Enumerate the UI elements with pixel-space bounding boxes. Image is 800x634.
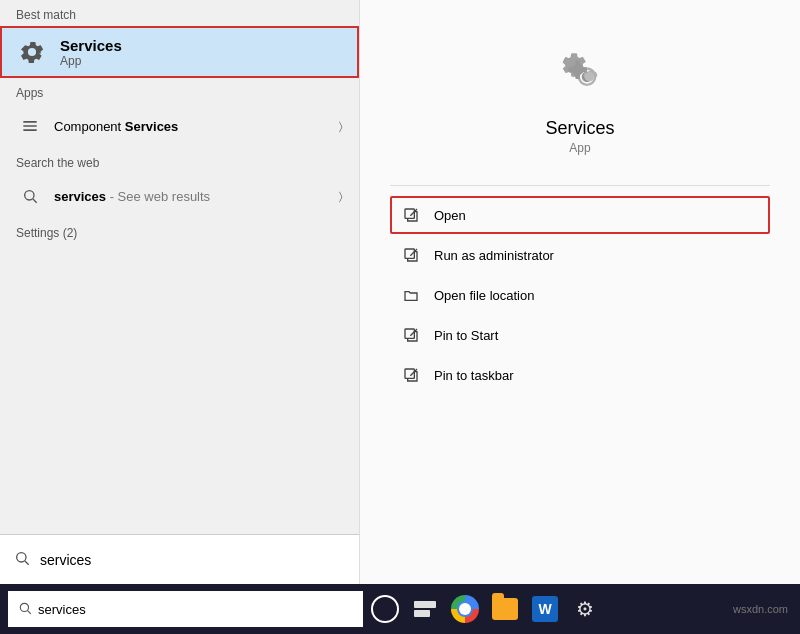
open-file-location-action[interactable]: Open file location [390, 276, 770, 314]
open-file-location-label: Open file location [434, 288, 534, 303]
chrome-icon [451, 595, 479, 623]
svg-rect-9 [575, 74, 580, 79]
web-search-icon [16, 182, 44, 210]
best-match-title: Services [60, 37, 122, 54]
pin-to-taskbar-action[interactable]: Pin to taskbar [390, 356, 770, 394]
apps-label: Apps [0, 78, 359, 104]
svg-point-6 [572, 64, 584, 76]
right-app-name: Services [545, 118, 614, 139]
search-bar-icon [14, 550, 30, 569]
services-icon [16, 36, 48, 68]
run-admin-label: Run as administrator [434, 248, 554, 263]
left-panel: Best match Services App Apps [0, 0, 360, 584]
component-services-label: Component Services [54, 119, 339, 134]
settings-button[interactable]: ⚙ [567, 591, 603, 627]
pin-to-taskbar-icon [400, 364, 422, 386]
component-services-item[interactable]: Component Services 〉 [0, 104, 359, 148]
taskbar: services W ⚙ wsxdn.com [0, 584, 800, 634]
svg-point-7 [585, 72, 594, 81]
svg-line-3 [25, 561, 29, 565]
right-app-header: Services App [390, 20, 770, 175]
cortana-button[interactable] [367, 591, 403, 627]
component-services-icon [16, 112, 44, 140]
open-icon [400, 204, 422, 226]
svg-point-2 [17, 553, 26, 562]
component-services-chevron: 〉 [339, 120, 343, 133]
folder-icon [492, 598, 518, 620]
svg-rect-11 [582, 67, 587, 72]
best-match-sub: App [60, 54, 122, 68]
best-match-label: Best match [0, 0, 359, 26]
cortana-icon [371, 595, 399, 623]
web-search-label: Search the web [0, 148, 359, 174]
web-search-text: services - See web results [54, 189, 339, 204]
pin-to-start-label: Pin to Start [434, 328, 498, 343]
main-area: Best match Services App Apps [0, 0, 800, 584]
right-actions: Open Run as administrator [390, 196, 770, 394]
svg-rect-10 [568, 67, 573, 72]
task-view-icon [414, 601, 436, 617]
brand-label: wsxdn.com [733, 603, 792, 615]
right-divider [390, 185, 770, 186]
settings-count-label: Settings (2) [0, 218, 359, 244]
chrome-button[interactable] [447, 591, 483, 627]
svg-line-21 [28, 610, 31, 613]
svg-point-0 [25, 191, 34, 200]
web-search-chevron: 〉 [339, 190, 343, 203]
folder-button[interactable] [487, 591, 523, 627]
open-label: Open [434, 208, 466, 223]
left-content: Best match Services App Apps [0, 0, 359, 534]
web-search-item[interactable]: services - See web results 〉 [0, 174, 359, 218]
open-action[interactable]: Open [390, 196, 770, 234]
taskbar-search[interactable]: services [8, 591, 363, 627]
search-bar [0, 534, 359, 584]
svg-rect-8 [575, 60, 580, 65]
svg-point-20 [20, 603, 28, 611]
search-input[interactable] [40, 552, 345, 568]
run-admin-action[interactable]: Run as administrator [390, 236, 770, 274]
run-admin-icon [400, 244, 422, 266]
right-app-icon [548, 40, 612, 104]
taskbar-search-icon [18, 601, 32, 618]
pin-to-start-icon [400, 324, 422, 346]
svg-line-1 [33, 199, 37, 203]
right-panel: Services App Open [360, 0, 800, 584]
open-file-location-icon [400, 284, 422, 306]
right-app-type: App [569, 141, 590, 155]
taskbar-search-value: services [38, 602, 86, 617]
task-view-button[interactable] [407, 591, 443, 627]
pin-to-start-action[interactable]: Pin to Start [390, 316, 770, 354]
settings-gear-icon: ⚙ [576, 597, 594, 621]
pin-to-taskbar-label: Pin to taskbar [434, 368, 514, 383]
word-button[interactable]: W [527, 591, 563, 627]
best-match-item[interactable]: Services App [0, 26, 359, 78]
best-match-text: Services App [60, 37, 122, 68]
word-icon: W [532, 596, 558, 622]
